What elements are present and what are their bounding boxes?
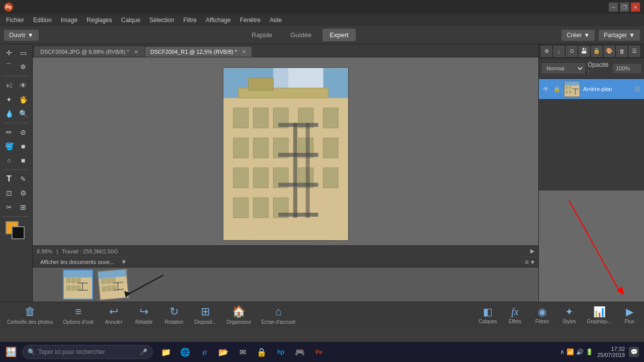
bottom-rotation[interactable]: ↻ Rotation (159, 303, 189, 327)
layer-eye-icon[interactable]: 👁 (542, 85, 550, 93)
bottom-disposit[interactable]: ⊞ Disposit... (189, 303, 221, 327)
layer-tool-6[interactable]: 🎨 (604, 46, 615, 57)
show-docs-button[interactable]: Afficher les documents ouve... (37, 257, 118, 266)
menu-image[interactable]: Image (57, 16, 82, 25)
layer-tool-3[interactable]: ⊙ (566, 46, 577, 57)
taskbar-app-game[interactable]: 🎮 (291, 343, 309, 361)
taskbar-volume-icon[interactable]: 🔊 (576, 348, 584, 355)
layer-tool-5[interactable]: 🔒 (591, 46, 602, 57)
menu-fichier[interactable]: Fichier (2, 16, 28, 25)
minimize-button[interactable]: ─ (609, 3, 618, 12)
tab-close-0[interactable]: ✕ (134, 49, 138, 55)
taskbar-app-mail[interactable]: ✉ (233, 343, 252, 361)
eraser-tool[interactable]: 💧 (3, 107, 16, 120)
layer-tool-8[interactable]: ☰ (629, 46, 640, 57)
healing-brush-tool[interactable]: ✦ (3, 93, 16, 106)
straighten-tool[interactable]: ⊞ (17, 201, 30, 214)
layer-lock-icon[interactable]: 🔒 (553, 85, 561, 93)
brush-tool[interactable]: ✏ (3, 126, 16, 139)
mode-rapide[interactable]: Rapide (245, 29, 279, 41)
restore-button[interactable]: ❐ (620, 3, 629, 12)
layer-tool-4[interactable]: 💾 (579, 46, 590, 57)
crop-tool[interactable]: ⊡ (3, 187, 16, 200)
taskbar-app-explorer[interactable]: 📂 (214, 343, 232, 361)
canvas-viewport[interactable] (33, 57, 538, 245)
taskbar-app-ie[interactable]: ℯ (195, 343, 213, 361)
red-eye-tool[interactable]: 👁 (17, 79, 30, 92)
ouvrir-button[interactable]: Ouvrir ▼ (4, 30, 39, 41)
bottom-ecran[interactable]: ⌂ Ecran d'accueil (256, 303, 300, 327)
bottom-corbeille[interactable]: 🗑 Corbeille des photos (2, 303, 58, 327)
bottom-effets[interactable]: fx Effets (503, 304, 528, 326)
stamp-tool[interactable]: 🖐 (17, 93, 30, 106)
background-color[interactable] (12, 226, 25, 239)
taskbar-network-icon[interactable]: 📶 (567, 348, 574, 355)
bottom-calques[interactable]: ◧ Calques (475, 304, 501, 326)
right-panel-arrow-area (539, 191, 644, 302)
start-button[interactable]: 🪟 (2, 343, 20, 361)
layer-item-background[interactable]: 👁 🔒 Arrière-plan ⛓ (539, 79, 644, 100)
bottom-retablir[interactable]: ↪ Rétablir (129, 303, 159, 327)
taskbar-clock[interactable]: 17:32 25/07/2019 (597, 346, 625, 358)
taskbar-notification-icon[interactable]: 💬 (629, 347, 639, 357)
layer-tool-7[interactable]: 🗑 (616, 46, 627, 57)
menu-filtre[interactable]: Filtre (179, 16, 201, 25)
creer-button[interactable]: Créer ▼ (561, 30, 595, 41)
menu-fenetre[interactable]: Fenêtre (236, 16, 265, 25)
show-docs-arrow[interactable]: ▼ (121, 258, 127, 265)
filmstrip-sort-icon[interactable]: ≡ ▾ (525, 258, 534, 266)
blend-mode-select[interactable]: Normal Multiply Screen (542, 63, 585, 73)
tab-dscf2004-r1[interactable]: DSCF2004_R1 @ 12,5% (RVB/8) * ✕ (145, 47, 252, 57)
taskbar-search[interactable]: 🔍 Taper ici pour rechercher 🎤 (22, 345, 153, 359)
filmstrip-thumb-0[interactable] (63, 269, 93, 300)
mode-guidee[interactable]: Guidée (283, 29, 318, 41)
marquee-tool[interactable]: ▭ (17, 46, 30, 59)
menu-edition[interactable]: Edition (29, 16, 56, 25)
recompose-tool[interactable]: ⚙ (17, 187, 30, 200)
zoom-tool[interactable]: 🔍 (17, 107, 30, 120)
quick-select-tool[interactable]: ✲ (17, 60, 30, 73)
menu-reglages[interactable]: Réglages (83, 16, 116, 25)
content-aware-tool[interactable]: ✂ (3, 201, 16, 214)
layer-tool-2[interactable]: ↓ (553, 46, 565, 57)
svg-rect-8 (323, 108, 338, 128)
status-separator: | (56, 248, 58, 254)
text-tool[interactable]: T (3, 172, 16, 186)
pencil-tool[interactable]: ✎ (17, 172, 30, 186)
taskbar-battery-icon[interactable]: 🔋 (586, 348, 593, 355)
opacity-input[interactable] (613, 64, 641, 73)
taskbar-app-element[interactable]: Pe (310, 343, 328, 361)
close-button[interactable]: ✕ (631, 3, 640, 12)
lasso-tool[interactable]: ⌒ (3, 60, 16, 73)
burn-tool[interactable]: ■ (17, 154, 30, 167)
bottom-organiseur[interactable]: 🏠 Organiseur (221, 303, 256, 327)
taskbar-app-files[interactable]: 📁 (157, 343, 175, 361)
dodge-tool[interactable]: ○ (3, 154, 16, 167)
menu-calque[interactable]: Calque (117, 16, 144, 25)
menu-aide[interactable]: Aide (266, 16, 286, 25)
taskbar-app-lock[interactable]: 🔒 (253, 343, 271, 361)
eye-dropper-tool[interactable]: +⃝ (3, 79, 16, 92)
partager-button[interactable]: Partager ▼ (599, 30, 640, 41)
menu-affichage[interactable]: Affichage (202, 16, 235, 25)
calques-label: Calques (478, 319, 497, 324)
taskbar-up-icon[interactable]: ∧ (560, 348, 565, 355)
layer-chain-icon[interactable]: ⛓ (633, 85, 641, 93)
partager-arrow: ▼ (629, 32, 635, 39)
menu-selection[interactable]: Sélection (145, 16, 178, 25)
paint-bucket-tool[interactable]: 🪣 (3, 140, 16, 153)
tab-dscf2004[interactable]: DSCF2004.JPG @ 8,98% (RVB/8) * ✕ (35, 47, 144, 57)
layer-tool-1[interactable]: ⊕ (541, 46, 552, 57)
move-tool[interactable]: ✛ (3, 46, 16, 59)
bottom-annuler[interactable]: ↩ Annuler (99, 303, 129, 327)
taskbar-app-chrome[interactable]: 🌐 (176, 343, 194, 361)
impressionist-tool[interactable]: ⊘ (17, 126, 30, 139)
gradient-tool[interactable]: ■ (17, 140, 30, 153)
filmstrip-thumb-1[interactable] (97, 268, 129, 301)
mode-expert[interactable]: Expert (323, 29, 356, 41)
titlebar-controls: ─ ❐ ✕ (609, 3, 640, 12)
taskbar-app-hp[interactable]: hp (272, 343, 290, 361)
scroll-arrow[interactable]: ▶ (530, 248, 534, 254)
tab-close-1[interactable]: ✕ (242, 49, 246, 55)
bottom-options[interactable]: ≡ Options d'outi (58, 303, 99, 327)
